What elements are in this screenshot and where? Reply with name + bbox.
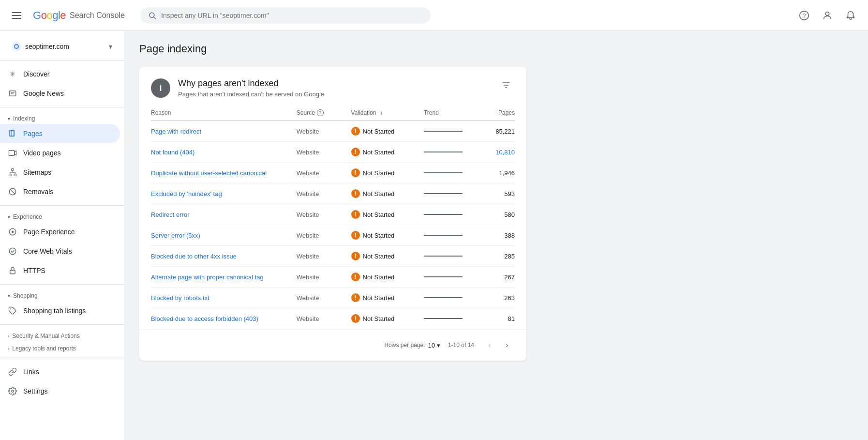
rows-per-page-label: Rows per page:: [384, 342, 425, 349]
cell-reason[interactable]: Server error (5xx): [151, 225, 297, 246]
notifications-button[interactable]: [841, 6, 860, 25]
table-row: Alternate page with proper canonical tag…: [151, 267, 515, 288]
account-button[interactable]: [818, 6, 837, 25]
shopping-tag-icon: [8, 306, 17, 316]
rows-per-page-selector[interactable]: 10 ▾: [428, 342, 440, 349]
trend-line: [424, 276, 479, 277]
sidebar-item-settings[interactable]: Settings: [0, 381, 120, 401]
sidebar-item-label: Links: [23, 368, 39, 376]
not-started-label: Not Started: [363, 149, 395, 156]
cell-pages: 388: [479, 225, 515, 246]
sidebar-item-removals[interactable]: Removals: [0, 182, 120, 201]
cell-reason[interactable]: Redirect error: [151, 204, 297, 225]
not-started-icon: !: [351, 273, 360, 281]
main-content: Page indexing i Why pages aren't indexed…: [124, 31, 868, 440]
svg-rect-2: [12, 18, 21, 19]
page-title: Page indexing: [139, 43, 853, 55]
svg-point-28: [12, 390, 14, 393]
cell-trend: [424, 288, 479, 308]
cell-pages: 81: [479, 308, 515, 329]
cell-reason[interactable]: Duplicate without user-selected canonica…: [151, 163, 297, 183]
source-help-icon[interactable]: ?: [317, 109, 324, 116]
prev-page-button[interactable]: ‹: [482, 337, 497, 353]
property-icon: [12, 42, 21, 51]
svg-rect-8: [9, 91, 16, 96]
svg-rect-0: [12, 12, 21, 13]
links-icon: [8, 367, 17, 377]
cell-validation: !Not Started: [351, 246, 424, 267]
sidebar-item-shopping-tab-listings[interactable]: Shopping tab listings: [0, 301, 120, 320]
cell-reason[interactable]: Blocked due to other 4xx issue: [151, 246, 297, 267]
not-started-icon: !: [351, 252, 360, 260]
card-header-text: Why pages aren't indexed Pages that aren…: [178, 78, 324, 98]
cell-source: Website: [297, 267, 351, 288]
cell-validation: !Not Started: [351, 142, 424, 163]
discover-icon: ✳: [8, 69, 17, 79]
cell-trend: [424, 204, 479, 225]
sidebar-item-links[interactable]: Links: [0, 362, 120, 381]
trend-line: [424, 318, 479, 319]
sidebar-item-sitemaps[interactable]: Sitemaps: [0, 163, 120, 182]
table-row: Excluded by 'noindex' tagWebsite!Not Sta…: [151, 183, 515, 204]
divider-2: [0, 107, 124, 107]
card-header: i Why pages aren't indexed Pages that ar…: [139, 67, 526, 106]
help-button[interactable]: ?: [794, 6, 814, 25]
sidebar-item-label: Shopping tab listings: [23, 307, 86, 315]
experience-section-header[interactable]: ▾ Experience: [0, 210, 124, 222]
menu-button[interactable]: [8, 6, 27, 25]
sidebar-item-https[interactable]: HTTPS: [0, 261, 120, 280]
sidebar-item-video-pages[interactable]: Video pages: [0, 143, 120, 163]
search-input[interactable]: [161, 12, 423, 19]
table-row: Server error (5xx)Website!Not Started388: [151, 225, 515, 246]
not-started-icon: !: [351, 127, 360, 136]
cell-reason[interactable]: Blocked due to access forbidden (403): [151, 308, 297, 329]
cell-reason[interactable]: Alternate page with proper canonical tag: [151, 267, 297, 288]
topbar-actions: ?: [794, 6, 860, 25]
cell-pages: 267: [479, 267, 515, 288]
sidebar-item-pages[interactable]: Pages: [0, 124, 120, 143]
google-news-icon: [8, 89, 17, 98]
sidebar-item-discover[interactable]: ✳ Discover: [0, 64, 120, 84]
cell-reason[interactable]: Excluded by 'noindex' tag: [151, 183, 297, 204]
experience-section-label: Experience: [13, 213, 42, 220]
cell-reason[interactable]: Blocked by robots.txt: [151, 288, 297, 308]
next-page-button[interactable]: ›: [499, 337, 515, 353]
not-started-icon: !: [351, 148, 360, 156]
col-header-validation[interactable]: Validation ↓: [351, 106, 424, 121]
not-started-label: Not Started: [363, 294, 395, 302]
logo[interactable]: Google Search Console: [33, 9, 125, 22]
sidebar-item-label: Pages: [23, 130, 43, 137]
not-started-label: Not Started: [363, 253, 395, 260]
col-header-reason: Reason: [151, 106, 297, 121]
trend-line: [424, 297, 479, 298]
experience-chevron-icon: ▾: [8, 214, 10, 220]
not-started-label: Not Started: [363, 315, 395, 322]
security-section-header[interactable]: › Security & Manual Actions: [0, 329, 124, 341]
removals-icon: [8, 187, 17, 197]
cell-reason[interactable]: Not found (404): [151, 142, 297, 163]
shopping-section-header[interactable]: ▾ Shopping: [0, 288, 124, 301]
sidebar-item-core-web-vitals[interactable]: Core Web Vitals: [0, 242, 120, 261]
property-selector[interactable]: seoptimer.com ▾: [4, 37, 120, 56]
table-row: Page with redirectWebsite!Not Started85,…: [151, 121, 515, 142]
divider-3: [0, 205, 124, 206]
cell-validation: !Not Started: [351, 121, 424, 142]
sidebar-item-label: Discover: [23, 70, 49, 78]
sidebar-item-google-news[interactable]: Google News: [0, 84, 120, 103]
trend-line: [424, 172, 479, 173]
video-pages-icon: [8, 148, 17, 158]
cell-source: Website: [297, 204, 351, 225]
cell-reason[interactable]: Page with redirect: [151, 121, 297, 142]
rows-per-page-chevron-icon: ▾: [437, 342, 440, 349]
cell-validation: !Not Started: [351, 225, 424, 246]
security-chevron-icon: ›: [8, 334, 9, 339]
svg-line-22: [10, 189, 15, 195]
sidebar-item-page-experience[interactable]: Page Experience: [0, 222, 120, 242]
filter-button[interactable]: [497, 78, 515, 93]
indexing-section-header[interactable]: ▾ Indexing: [0, 111, 124, 124]
cell-source: Website: [297, 142, 351, 163]
property-chevron-icon: ▾: [109, 43, 112, 50]
legacy-section-header[interactable]: › Legacy tools and reports: [0, 341, 124, 354]
cell-validation: !Not Started: [351, 288, 424, 308]
table-row: Duplicate without user-selected canonica…: [151, 163, 515, 183]
